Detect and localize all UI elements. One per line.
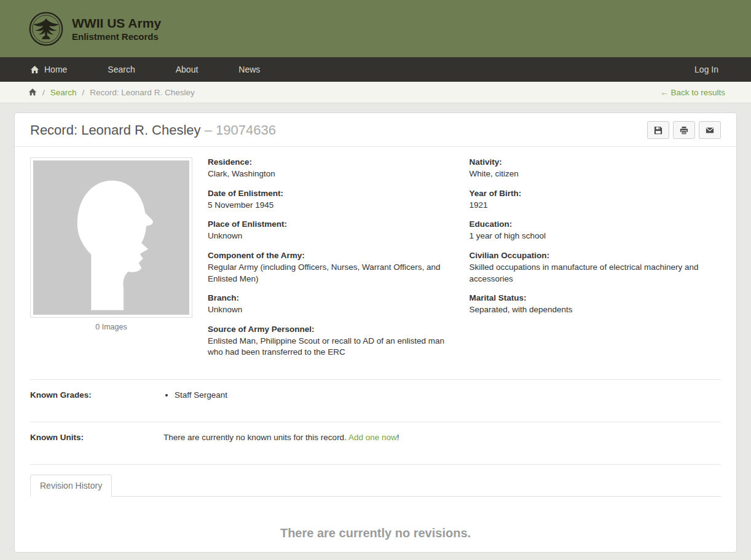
breadcrumb-separator: / <box>42 88 45 97</box>
email-button[interactable] <box>699 121 721 139</box>
field-date-of-enlistment: Date of Enlistment: 5 November 1945 <box>208 189 460 211</box>
known-units-label: Known Units: <box>30 433 163 442</box>
email-icon <box>706 126 714 135</box>
breadcrumb-current: Record: Leonard R. Chesley <box>90 88 194 97</box>
nav-item-search[interactable]: Search <box>95 57 147 82</box>
page-title: Record: Leonard R. Chesley – 19074636 <box>30 122 276 138</box>
field-label: Year of Birth: <box>470 189 722 198</box>
known-grades-list: Staff Sergeant <box>163 390 227 400</box>
home-icon <box>28 88 37 97</box>
revisions-empty-message: There are currently no revisions. <box>30 526 721 540</box>
site-header: WWII US Army Enlistment Records <box>0 0 751 57</box>
login-label: Log In <box>694 65 718 74</box>
field-label: Component of the Army: <box>208 251 460 260</box>
field-value: Separated, with dependents <box>470 304 722 316</box>
record-id: – 19074636 <box>205 122 276 138</box>
breadcrumb-home-link[interactable] <box>28 88 37 97</box>
breadcrumb-separator: / <box>82 88 85 97</box>
record-title: Record: Leonard R. Chesley <box>30 122 201 138</box>
record-card-body: 0 Images Residence: Clark, Washington Da… <box>15 147 736 540</box>
known-units-empty-text: There are currently no known units for t… <box>163 433 347 442</box>
field-value: 1 year of high school <box>470 231 722 242</box>
nav-spacer <box>148 57 163 82</box>
back-to-results-link[interactable]: ← Back to results <box>660 88 725 97</box>
nav-item-label: News <box>238 65 260 74</box>
photo-count-caption: 0 Images <box>30 323 192 331</box>
field-branch: Branch: Unknown <box>208 293 460 316</box>
site-subtitle: Enlistment Records <box>72 31 161 42</box>
site-title: WWII US Army <box>72 15 161 31</box>
field-source-of-army-personnel: Source of Army Personnel: Enlisted Man, … <box>208 325 460 358</box>
brand-text: WWII US Army Enlistment Records <box>72 15 161 42</box>
field-label: Nativity: <box>470 157 722 167</box>
field-education: Education: 1 year of high school <box>470 219 722 242</box>
record-photo-placeholder[interactable] <box>30 157 192 318</box>
field-value: 5 November 1945 <box>208 200 460 211</box>
field-label: Residence: <box>208 157 460 167</box>
field-civilian-occupation: Civilian Occupation: Skilled occupations… <box>470 251 722 285</box>
field-label: Education: <box>470 219 722 229</box>
tab-revision-history[interactable]: Revision History <box>30 475 112 497</box>
field-component-of-army: Component of the Army: Regular Army (inc… <box>208 251 460 285</box>
field-value: Skilled occupations in manufacture of el… <box>470 262 722 285</box>
known-units-content: There are currently no known units for t… <box>163 433 399 442</box>
print-button[interactable] <box>673 121 695 139</box>
record-card-header: Record: Leonard R. Chesley – 19074636 <box>15 113 736 147</box>
known-grade-item: Staff Sergeant <box>175 390 227 400</box>
nav-item-label: Home <box>44 65 67 74</box>
nav-item-label: Search <box>108 65 135 74</box>
brand[interactable]: WWII US Army Enlistment Records <box>28 11 161 47</box>
nav-item-home[interactable]: Home <box>17 57 80 82</box>
soldier-silhouette-icon <box>33 160 189 315</box>
breadcrumb-search-link[interactable]: Search <box>50 88 77 97</box>
known-grades-row: Known Grades: Staff Sergeant <box>30 380 721 409</box>
nav-spacer <box>211 57 226 82</box>
field-place-of-enlistment: Place of Enlistment: Unknown <box>208 219 460 242</box>
main-nav: Home Search About News Log In <box>0 57 751 82</box>
divider <box>30 464 721 465</box>
field-label: Branch: <box>208 293 460 302</box>
known-grades-label: Known Grades: <box>30 390 163 400</box>
field-marital-status: Marital Status: Separated, with dependen… <box>470 293 722 316</box>
home-icon <box>30 65 39 74</box>
login-link[interactable]: Log In <box>682 57 731 82</box>
fields-column-left: Residence: Clark, Washington Date of Enl… <box>192 157 460 367</box>
field-label: Place of Enlistment: <box>208 219 460 229</box>
add-unit-link[interactable]: Add one now <box>348 433 397 442</box>
record-toolbar <box>647 121 721 139</box>
nav-spacer <box>80 57 95 82</box>
photo-column: 0 Images <box>30 157 192 367</box>
field-year-of-birth: Year of Birth: 1921 <box>470 189 722 211</box>
field-value: Unknown <box>208 231 460 242</box>
army-eagle-seal-icon <box>28 11 64 47</box>
main-content: Record: Leonard R. Chesley – 19074636 <box>0 103 751 553</box>
field-label: Date of Enlistment: <box>208 189 460 198</box>
save-button[interactable] <box>647 121 669 139</box>
field-residence: Residence: Clark, Washington <box>208 157 460 180</box>
record-card: Record: Leonard R. Chesley – 19074636 <box>14 112 737 553</box>
field-value: Clark, Washington <box>208 168 460 180</box>
field-value: Enlisted Man, Philippine Scout or recall… <box>208 336 460 358</box>
field-nativity: Nativity: White, citizen <box>470 157 722 180</box>
record-row: 0 Images Residence: Clark, Washington Da… <box>30 157 721 367</box>
nav-right: Log In <box>682 57 731 82</box>
field-label: Source of Army Personnel: <box>208 325 460 334</box>
known-units-suffix: ! <box>397 433 399 442</box>
field-value: White, citizen <box>470 168 722 180</box>
print-icon <box>680 126 688 135</box>
nav-left: Home Search About News <box>17 57 273 82</box>
nav-item-label: About <box>176 65 199 74</box>
field-label: Civilian Occupation: <box>470 251 722 260</box>
fields-column-right: Nativity: White, citizen Year of Birth: … <box>460 157 722 367</box>
nav-item-news[interactable]: News <box>226 57 273 82</box>
field-label: Marital Status: <box>470 293 722 302</box>
save-icon <box>654 126 663 135</box>
field-value: Unknown <box>208 304 460 316</box>
known-units-row: Known Units: There are currently no know… <box>30 422 721 452</box>
field-value: Regular Army (including Officers, Nurses… <box>208 262 460 285</box>
breadcrumb: / Search / Record: Leonard R. Chesley ← … <box>0 82 751 103</box>
field-value: 1921 <box>470 200 722 211</box>
revision-tabs: Revision History <box>30 475 721 497</box>
nav-item-about[interactable]: About <box>163 57 211 82</box>
known-grades-content: Staff Sergeant <box>163 390 227 400</box>
